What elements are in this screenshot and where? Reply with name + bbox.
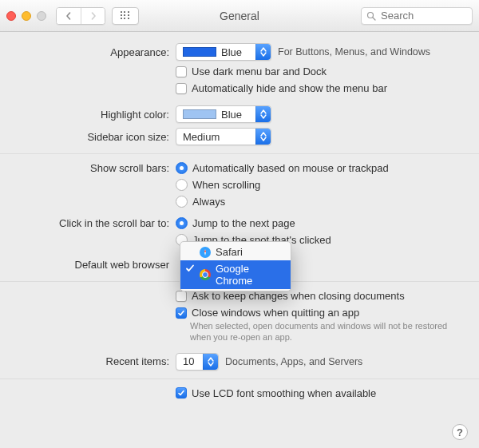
general-pane: Appearance: Blue For Buttons, Menus, and…	[0, 32, 479, 412]
lcd-smoothing-label: Use LCD font smoothing when available	[192, 387, 376, 399]
dark-menubar-label: Use dark menu bar and Dock	[192, 65, 327, 77]
sidebar-value: Medium	[183, 131, 220, 143]
recent-value: 10	[183, 355, 194, 367]
scroll-auto-radio[interactable]: Automatically based on mouse or trackpad	[176, 162, 389, 174]
toolbar: General	[0, 0, 479, 32]
lightblue-swatch-icon	[183, 109, 216, 119]
highlight-select[interactable]: Blue	[176, 105, 271, 123]
ask-changes-label: Ask to keep changes when closing documen…	[192, 290, 405, 302]
svg-point-0	[368, 12, 374, 18]
forward-button[interactable]	[81, 8, 105, 24]
scroll-when-label: When scrolling	[192, 179, 260, 191]
close-windows-label: Close windows when quitting an app	[192, 307, 359, 319]
svg-line-1	[373, 18, 375, 20]
search-field[interactable]	[361, 7, 473, 25]
minimize-window-button[interactable]	[22, 11, 31, 21]
svg-marker-3	[204, 249, 206, 252]
stepper-arrows-icon	[255, 129, 271, 145]
scroll-always-radio[interactable]: Always	[176, 196, 225, 208]
show-all-button[interactable]	[112, 7, 139, 25]
blue-swatch-icon	[183, 47, 216, 57]
appearance-label: Appearance:	[24, 46, 176, 58]
stepper-arrows-icon	[203, 354, 218, 370]
appearance-hint: For Buttons, Menus, and Windows	[278, 46, 430, 57]
scroll-always-label: Always	[192, 196, 225, 208]
check-icon	[185, 264, 195, 276]
browser-option-chrome[interactable]: Google Chrome	[180, 260, 291, 289]
browser-option-chrome-label: Google Chrome	[216, 263, 283, 287]
highlight-value: Blue	[221, 109, 242, 121]
separator	[0, 379, 479, 379]
close-windows-sub: When selected, open documents and window…	[190, 321, 453, 343]
close-window-button[interactable]	[6, 11, 16, 21]
sidebar-label: Sidebar icon size:	[24, 131, 176, 143]
back-button[interactable]	[57, 8, 81, 24]
autohide-menubar-label: Automatically hide and show the menu bar	[192, 82, 387, 94]
scroll-label: Show scroll bars:	[24, 162, 176, 174]
help-button[interactable]: ?	[452, 424, 468, 440]
click-nextpage-label: Jump to the next page	[192, 217, 295, 229]
recent-hint: Documents, Apps, and Servers	[225, 356, 362, 367]
browser-option-safari-label: Safari	[216, 246, 243, 258]
stepper-arrows-icon	[255, 44, 271, 60]
default-browser-menu: Safari Google Chrome	[180, 241, 291, 291]
appearance-value: Blue	[221, 46, 242, 58]
scroll-when-radio[interactable]: When scrolling	[176, 179, 260, 191]
autohide-menubar-checkbox[interactable]: Automatically hide and show the menu bar	[176, 82, 387, 94]
zoom-window-button	[37, 11, 46, 21]
chrome-icon	[200, 269, 211, 280]
separator	[0, 153, 479, 154]
click-nextpage-radio[interactable]: Jump to the next page	[176, 217, 295, 229]
sidebar-select[interactable]: Medium	[176, 128, 271, 145]
stepper-arrows-icon	[255, 106, 271, 122]
close-windows-checkbox[interactable]: Close windows when quitting an app	[176, 307, 359, 319]
grid-icon	[121, 11, 130, 21]
nav-segment	[56, 7, 105, 25]
dark-menubar-checkbox[interactable]: Use dark menu bar and Dock	[176, 65, 327, 77]
safari-icon	[200, 247, 211, 258]
recent-label: Recent items:	[24, 355, 176, 367]
highlight-label: Highlight color:	[24, 109, 176, 121]
window-controls	[6, 11, 46, 21]
lcd-smoothing-checkbox[interactable]: Use LCD font smoothing when available	[176, 387, 376, 399]
scroll-auto-label: Automatically based on mouse or trackpad	[192, 162, 389, 174]
search-icon	[366, 11, 376, 21]
browser-option-safari[interactable]: Safari	[180, 244, 291, 260]
ask-changes-checkbox[interactable]: Ask to keep changes when closing documen…	[176, 290, 405, 302]
click-label: Click in the scroll bar to:	[24, 217, 176, 229]
search-input[interactable]	[379, 9, 467, 22]
appearance-select[interactable]: Blue	[176, 43, 271, 61]
recent-select[interactable]: 10	[176, 353, 219, 371]
browser-label: Default web browser	[24, 259, 176, 271]
